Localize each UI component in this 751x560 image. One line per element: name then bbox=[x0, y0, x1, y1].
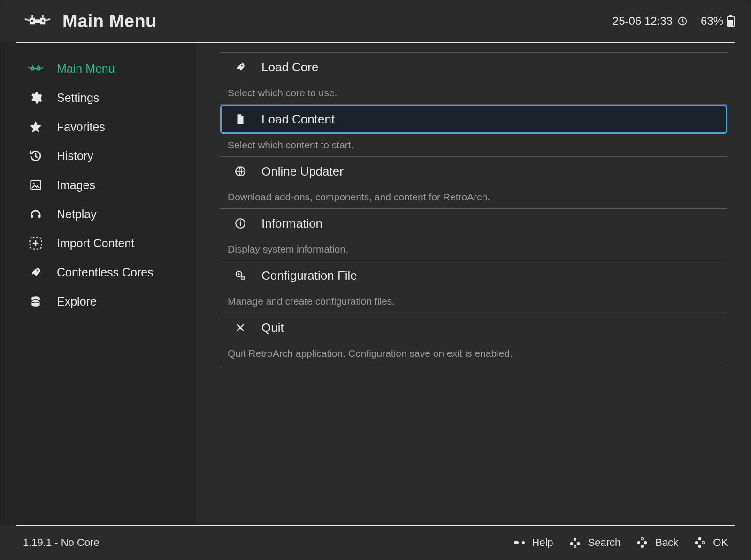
hint-label: OK bbox=[713, 537, 728, 549]
menu-item-load-core[interactable]: Load Core bbox=[220, 53, 727, 82]
svg-rect-4 bbox=[45, 19, 48, 21]
sidebar-item-label: Settings bbox=[57, 91, 99, 105]
svg-rect-14 bbox=[728, 20, 733, 26]
sidebar-item-netplay[interactable]: Netplay bbox=[0, 199, 197, 229]
menu-item-label: Load Content bbox=[261, 112, 335, 127]
gear-icon bbox=[28, 90, 44, 106]
version-core-text: 1.19.1 - No Core bbox=[23, 537, 513, 549]
svg-point-44 bbox=[522, 541, 525, 544]
footer: 1.19.1 - No Core Help Search Back bbox=[0, 526, 751, 560]
svg-point-51 bbox=[644, 541, 647, 544]
image-icon bbox=[28, 177, 44, 193]
menu-item-load-content[interactable]: Load Content bbox=[220, 105, 727, 134]
svg-rect-15 bbox=[34, 68, 38, 69]
import-plus-icon bbox=[28, 235, 44, 251]
main-panel: Load Core Select which core to use. Load… bbox=[197, 43, 751, 525]
svg-rect-19 bbox=[40, 68, 42, 69]
menu-item-label: Information bbox=[261, 216, 322, 231]
svg-rect-20 bbox=[28, 67, 30, 68]
svg-point-45 bbox=[573, 538, 576, 541]
dpad-icon bbox=[694, 537, 708, 548]
svg-rect-28 bbox=[31, 215, 33, 218]
svg-rect-38 bbox=[240, 221, 241, 222]
svg-rect-29 bbox=[38, 215, 41, 218]
svg-rect-6 bbox=[48, 19, 50, 21]
sidebar-item-label: Contentless Cores bbox=[57, 266, 153, 279]
menu-item-desc: Quit RetroArch application. Configuratio… bbox=[220, 342, 727, 365]
sidebar-item-main-menu[interactable]: Main Menu bbox=[0, 54, 197, 83]
hint-label: Back bbox=[655, 537, 678, 549]
battery-text: 63% bbox=[701, 15, 723, 28]
sidebar-item-images[interactable]: Images bbox=[0, 170, 197, 199]
sidebar-item-settings[interactable]: Settings bbox=[0, 83, 197, 112]
star-icon bbox=[28, 119, 44, 135]
svg-rect-0 bbox=[34, 19, 41, 23]
svg-point-31 bbox=[37, 270, 38, 272]
menu-item-label: Online Updater bbox=[261, 164, 344, 179]
retroarch-logo-icon bbox=[24, 15, 53, 27]
svg-point-48 bbox=[574, 545, 576, 548]
sidebar-item-favorites[interactable]: Favorites bbox=[0, 112, 197, 141]
svg-point-55 bbox=[702, 542, 705, 544]
sidebar-item-history[interactable]: History bbox=[0, 141, 197, 170]
rocket-icon bbox=[233, 60, 247, 74]
close-icon bbox=[233, 321, 247, 335]
svg-rect-9 bbox=[31, 20, 33, 22]
file-icon bbox=[233, 112, 247, 126]
hint-help[interactable]: Help bbox=[513, 537, 553, 549]
two-dots-icon bbox=[513, 537, 527, 548]
svg-point-34 bbox=[241, 65, 243, 66]
svg-rect-24 bbox=[32, 68, 33, 69]
sidebar: Main Menu Settings Favorites History bbox=[0, 43, 197, 525]
header: Main Menu 25-06 12:33 63% bbox=[0, 0, 751, 42]
page-title: Main Menu bbox=[62, 11, 157, 31]
sidebar-item-label: Images bbox=[57, 178, 95, 192]
sidebar-item-contentless-cores[interactable]: Contentless Cores bbox=[0, 258, 197, 287]
menu-item-label: Load Core bbox=[261, 60, 318, 75]
svg-point-27 bbox=[33, 183, 35, 184]
hint-search[interactable]: Search bbox=[569, 537, 621, 549]
hint-back[interactable]: Back bbox=[636, 537, 678, 549]
retroarch-tiny-icon bbox=[28, 61, 44, 77]
sidebar-item-explore[interactable]: Explore bbox=[0, 287, 197, 316]
status-area: 25-06 12:33 63% bbox=[613, 15, 735, 28]
menu-item-quit[interactable]: Quit bbox=[220, 313, 727, 342]
svg-point-49 bbox=[641, 538, 644, 540]
svg-point-53 bbox=[698, 537, 701, 540]
svg-rect-43 bbox=[514, 541, 519, 544]
headset-icon bbox=[28, 206, 44, 222]
svg-rect-5 bbox=[25, 19, 27, 21]
rocket-icon bbox=[28, 264, 44, 280]
svg-rect-37 bbox=[240, 222, 241, 226]
menu-item-information[interactable]: Information bbox=[220, 209, 727, 238]
gears-icon bbox=[233, 268, 247, 283]
menu-item-desc: Manage and create configuration files. bbox=[220, 290, 727, 313]
sidebar-item-label: Favorites bbox=[57, 120, 105, 134]
svg-rect-7 bbox=[31, 15, 33, 17]
svg-point-46 bbox=[570, 542, 573, 545]
menu-item-label: Configuration File bbox=[261, 268, 357, 283]
dpad-icon bbox=[569, 537, 583, 548]
menu-item-configuration-file[interactable]: Configuration File bbox=[220, 261, 727, 290]
svg-rect-23 bbox=[38, 65, 39, 67]
svg-point-50 bbox=[637, 541, 640, 544]
menu-item-desc: Select which content to start. bbox=[220, 134, 727, 156]
menu-item-online-updater[interactable]: Online Updater bbox=[220, 157, 727, 186]
hint-ok[interactable]: OK bbox=[694, 537, 728, 549]
svg-rect-21 bbox=[42, 67, 43, 68]
sidebar-item-label: Main Menu bbox=[57, 62, 115, 76]
history-icon bbox=[28, 148, 44, 164]
svg-rect-3 bbox=[27, 19, 31, 21]
sidebar-item-label: History bbox=[57, 149, 93, 163]
menu-item-desc: Display system information. bbox=[220, 238, 727, 261]
svg-rect-22 bbox=[32, 65, 33, 67]
svg-point-56 bbox=[698, 545, 701, 548]
sidebar-item-label: Import Content bbox=[57, 237, 134, 250]
svg-rect-10 bbox=[42, 20, 44, 22]
svg-point-47 bbox=[576, 542, 579, 545]
info-icon bbox=[233, 216, 247, 230]
sidebar-item-import-content[interactable]: Import Content bbox=[0, 229, 197, 258]
svg-rect-8 bbox=[42, 15, 44, 17]
svg-rect-25 bbox=[38, 68, 39, 69]
menu-item-desc: Download add-ons, components, and conten… bbox=[220, 186, 727, 208]
